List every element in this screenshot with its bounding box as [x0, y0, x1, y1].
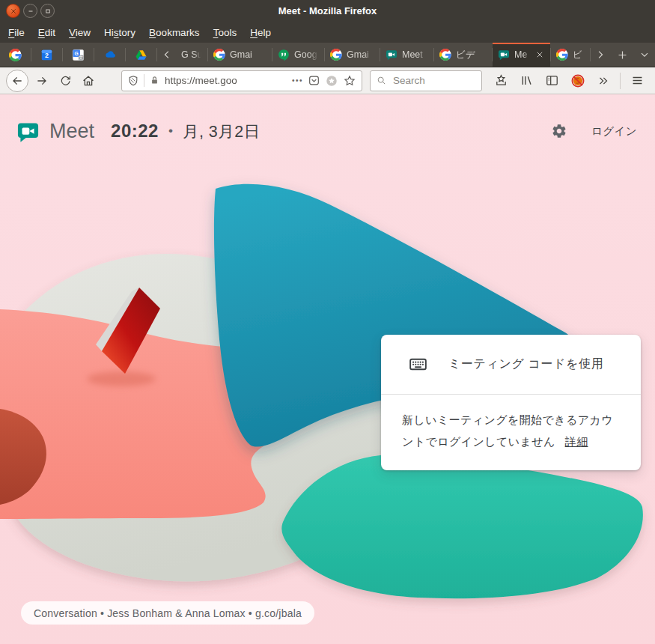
meet-logo-icon — [16, 120, 40, 143]
box-shadow — [87, 371, 156, 386]
chevron-down-icon — [639, 49, 651, 61]
header-date: 月, 3月2日 — [183, 121, 261, 142]
google-drive-icon — [135, 49, 147, 61]
window-titlebar: Meet - Mozilla Firefox — [0, 0, 655, 22]
pinned-tab-calendar[interactable] — [31, 43, 62, 67]
meet-icon — [498, 49, 510, 61]
back-button[interactable] — [6, 70, 28, 92]
menu-bookmarks[interactable]: Bookmarks — [142, 22, 207, 43]
pinned-tab-onedrive[interactable] — [94, 43, 125, 67]
google-g-icon — [330, 49, 342, 61]
pinned-tab-google[interactable] — [0, 43, 31, 67]
overflow-menu-button[interactable] — [591, 71, 615, 91]
library-icon — [520, 73, 534, 88]
tab-close-icon[interactable] — [534, 49, 545, 60]
conversation-pill: Conversation • Jess Bonham & Anna Lomax … — [21, 601, 314, 625]
google-translate-icon — [72, 49, 85, 61]
sidebar-icon — [545, 73, 559, 88]
menu-history[interactable]: History — [97, 22, 142, 43]
meeting-code-card: ミーティング コードを使用 新しいミーティングを開始できるアカウントでログインし… — [381, 335, 641, 470]
clock-time: 20:22 — [111, 121, 159, 142]
tab-meet-1[interactable]: Meet — [380, 43, 433, 67]
url-bar[interactable]: https://meet.goo ••• — [121, 70, 362, 91]
google-calendar-icon — [40, 49, 53, 61]
hangouts-icon — [278, 49, 290, 61]
pocket-icon[interactable] — [308, 74, 320, 87]
firefox-window: Meet - Mozilla Firefox File Edit View Hi… — [0, 0, 655, 644]
star-tray-icon — [494, 73, 508, 88]
all-tabs-dropdown-button[interactable] — [634, 43, 655, 67]
forward-button[interactable] — [32, 71, 52, 91]
tab-meet-active[interactable]: Me — [493, 43, 550, 67]
search-bar[interactable] — [370, 70, 482, 91]
details-link[interactable]: 詳細 — [565, 435, 588, 448]
meet-icon — [386, 49, 397, 61]
forward-arrow-icon — [35, 74, 49, 88]
card-title: ミーティング コードを使用 — [448, 356, 603, 372]
tab-bar: G Sui Gmai Goog Gmai Meet ビデ Me — [0, 43, 655, 67]
url-text[interactable]: https://meet.goo — [165, 75, 287, 86]
home-button[interactable] — [79, 71, 98, 91]
urlbar-divider — [144, 74, 144, 87]
tab-scroll-left-button[interactable] — [157, 43, 176, 67]
tracking-protection-shield-icon[interactable] — [127, 75, 139, 87]
pinned-tab-translate[interactable] — [63, 43, 94, 67]
meet-brand: Meet — [49, 120, 94, 143]
sidebars-button[interactable] — [540, 71, 564, 91]
login-button[interactable]: ログイン — [591, 124, 637, 139]
lock-icon[interactable] — [149, 75, 160, 86]
chevron-right-icon — [594, 49, 606, 61]
hamburger-icon — [630, 73, 645, 88]
menu-tools[interactable]: Tools — [207, 22, 244, 43]
double-chevron-icon — [597, 74, 610, 88]
tab-scroll-right-button[interactable] — [591, 43, 610, 67]
bookmark-star-icon[interactable] — [343, 74, 356, 88]
new-tab-button[interactable] — [610, 43, 634, 67]
home-icon — [82, 74, 95, 88]
reload-icon — [59, 74, 72, 87]
header-separator-dot: • — [168, 124, 173, 139]
search-input[interactable] — [392, 74, 476, 87]
hamburger-menu-button[interactable] — [626, 71, 649, 91]
menubar: File Edit View History Bookmarks Tools H… — [0, 22, 655, 43]
tab-hangouts[interactable]: Goog — [272, 43, 324, 67]
tab-gmail-2[interactable]: Gmai — [325, 43, 380, 67]
tab-gsuite[interactable]: G Sui — [176, 43, 207, 67]
toolbar-right-icons — [490, 71, 649, 91]
extension-button[interactable] — [566, 71, 589, 91]
plus-icon — [616, 49, 629, 61]
tab-video-2[interactable]: ビ — [551, 43, 590, 67]
blocked-extension-icon — [570, 73, 585, 88]
tab-gmail-1[interactable]: Gmai — [208, 43, 272, 67]
onedrive-icon — [103, 48, 117, 61]
meet-header: Meet 20:22 • 月, 3月2日 ログイン — [0, 94, 655, 168]
tab-video-1[interactable]: ビデ — [434, 43, 492, 67]
back-arrow-icon — [10, 74, 24, 88]
menu-file[interactable]: File — [1, 22, 31, 43]
menu-view[interactable]: View — [62, 22, 97, 43]
meet-page: Meet 20:22 • 月, 3月2日 ログイン ミーティング コードを使用 … — [0, 94, 655, 644]
keyboard-icon — [408, 354, 428, 374]
screenshot-circle-star-icon[interactable] — [325, 74, 338, 88]
menu-help[interactable]: Help — [243, 22, 278, 43]
menu-edit[interactable]: Edit — [31, 22, 62, 43]
pinned-tab-drive[interactable] — [126, 43, 156, 67]
google-g-icon — [439, 49, 451, 61]
chevron-left-icon — [161, 49, 173, 61]
bookmarks-menu-button[interactable] — [490, 71, 513, 91]
conversation-pill-text: Conversation • Jess Bonham & Anna Lomax … — [34, 607, 302, 619]
reload-button[interactable] — [55, 71, 75, 91]
settings-button[interactable] — [551, 123, 567, 139]
google-g-icon — [213, 49, 225, 61]
library-button[interactable] — [515, 71, 538, 91]
navigation-toolbar: https://meet.goo ••• — [0, 67, 655, 94]
use-meeting-code-button[interactable]: ミーティング コードを使用 — [381, 335, 641, 395]
window-title: Meet - Mozilla Firefox — [0, 0, 655, 22]
google-g-icon — [556, 49, 568, 61]
google-g-icon — [9, 49, 22, 61]
page-actions-dots-icon[interactable]: ••• — [292, 76, 303, 85]
card-body-text: 新しいミーティングを開始できるアカウントでログインしていません詳細 — [381, 395, 641, 452]
gear-icon — [551, 123, 567, 139]
search-icon — [376, 75, 387, 86]
turquoise-blob — [281, 455, 643, 598]
